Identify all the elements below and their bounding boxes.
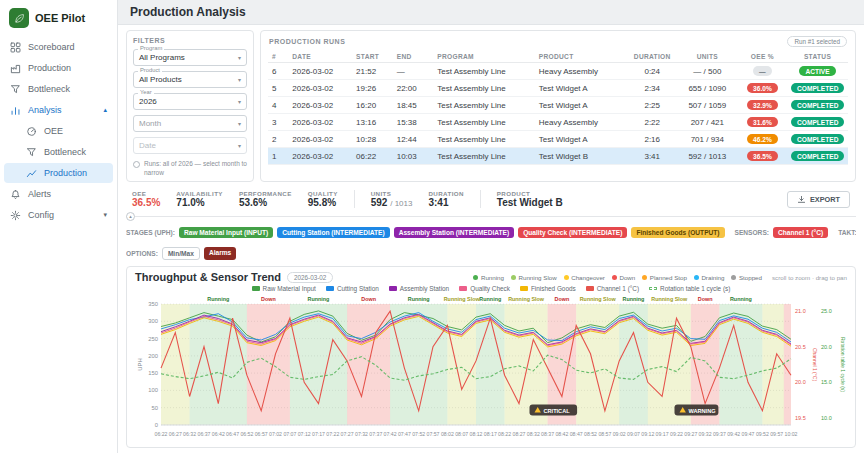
sidebar-item-production2[interactable]: Production [4,163,113,183]
svg-text:Down: Down [361,296,376,302]
sidebar-item-analysis[interactable]: Analysis▴ [4,100,113,120]
svg-text:07:37: 07:37 [369,431,382,437]
sensor-chip[interactable]: Channel 1 (°C) [773,227,828,238]
series-legend-item[interactable]: Channel 1 (°C) [586,285,639,292]
column-header[interactable]: OEE % [738,51,787,63]
svg-text:Down: Down [698,296,713,302]
svg-text:25.0: 25.0 [821,308,832,314]
series-legend-item[interactable]: Quality Check [459,285,510,292]
svg-text:09:42: 09:42 [727,431,740,437]
sidebar-item-oee[interactable]: OEE [4,121,113,141]
sidebar-item-production[interactable]: Production [4,58,113,78]
svg-text:07:47: 07:47 [398,431,411,437]
svg-text:08:47: 08:47 [570,431,583,437]
sidebar-item-scoreboard[interactable]: Scoreboard [4,37,113,57]
table-row[interactable]: 52026-03-0219:2622:00Test Assembly LineT… [268,80,848,97]
stage-chip[interactable]: Cutting Station (INTERMEDIATE) [277,227,389,238]
stage-chip[interactable]: Quality Check (INTERMEDIATE) [518,227,627,238]
month-select[interactable]: Month▾ [133,115,247,132]
svg-text:10.0: 10.0 [821,415,832,421]
sidebar-item-bottleneck2[interactable]: Bottleneck [4,142,113,162]
sidebar-item-config[interactable]: Config▾ [4,205,113,225]
option-chip-minmax[interactable]: Min/Max [162,247,200,260]
series-legend-item[interactable]: Cutting Station [326,285,379,292]
svg-text:09:47: 09:47 [742,431,755,437]
year-select[interactable]: 2026▾ [133,93,247,110]
sidebar-item-bottleneck[interactable]: Bottleneck [4,79,113,99]
cell: 18:45 [393,97,434,114]
cell: 2:25 [628,97,677,114]
program-select[interactable]: All Programs▾ [133,49,247,66]
sidebar-item-alerts[interactable]: Alerts [4,184,113,204]
table-row[interactable]: 42026-03-0216:2018:45Test Assembly LineT… [268,97,848,114]
series-legend-item[interactable]: Assembly Station [389,285,449,292]
series-swatch-icon [326,286,334,291]
svg-text:06:27: 06:27 [169,431,182,437]
state-dot-icon [473,275,478,280]
series-swatch-icon [649,287,657,290]
zoom-hint: scroll to zoom · drag to pan [772,274,847,281]
column-header[interactable]: PROGRAM [433,51,535,63]
svg-text:06:52: 06:52 [240,431,253,437]
svg-text:15.0: 15.0 [821,379,832,385]
cell: 2026-03-02 [288,97,352,114]
svg-text:06:32: 06:32 [183,431,196,437]
chevron-up-icon: ▴ [103,106,107,114]
table-row[interactable]: 62026-03-0221:52—Test Assembly LineHeavy… [268,63,848,80]
cell: 2:22 [628,114,677,131]
svg-text:07:52: 07:52 [412,431,425,437]
option-chip-alarms[interactable]: Alarms [204,247,236,260]
collapse-handle-icon[interactable]: ▴ [126,212,135,221]
svg-text:Down: Down [555,296,570,302]
series-legend-item[interactable]: Rotation table 1 cycle (s) [649,285,730,292]
stage-chip[interactable]: Raw Material Input (INPUT) [179,227,273,238]
column-header[interactable]: START [352,51,393,63]
svg-text:20.0: 20.0 [821,344,832,350]
chart-title: Throughput & Sensor Trend [135,271,281,283]
cell-status: COMPLETED [787,114,848,131]
app-logo: OEE Pilot [0,0,117,37]
product-select[interactable]: All Products▾ [133,71,247,88]
cell: 207 / 421 [677,114,738,131]
column-header[interactable]: END [393,51,434,63]
divider [354,190,355,208]
column-header[interactable]: # [268,51,288,63]
cell: 4 [268,97,288,114]
svg-text:08:52: 08:52 [584,431,597,437]
cell: 06:22 [352,148,393,165]
cell-oee: 36.5% [738,148,787,165]
filters-title: FILTERS [133,37,247,44]
table-row[interactable]: 22026-03-0210:2812:44Test Assembly LineT… [268,131,848,148]
oee-badge: 31.6% [747,117,778,127]
column-header[interactable]: DATE [288,51,352,63]
stages-label: STAGES (UPH): [126,229,175,236]
table-row[interactable]: 32026-03-0213:1615:38Test Assembly LineH… [268,114,848,131]
export-button[interactable]: EXPORT [787,191,850,208]
svg-text:07:22: 07:22 [326,431,339,437]
column-header[interactable]: DURATION [628,51,677,63]
svg-text:08:17: 08:17 [484,431,497,437]
svg-text:150: 150 [148,370,158,376]
column-header[interactable]: PRODUCT [535,51,628,63]
stage-chip[interactable]: Assembly Station (INTERMEDIATE) [394,227,515,238]
date-select[interactable]: Date▾ [133,137,247,154]
chevron-down-icon: ▾ [238,98,241,105]
chevron-down-icon: ▾ [238,120,241,127]
table-row[interactable]: 12026-03-0206:2210:03Test Assembly LineT… [268,148,848,165]
series-legend-item[interactable]: Raw Material Input [252,285,316,292]
column-header[interactable]: STATUS [787,51,848,63]
production-runs-panel: PRODUCTION RUNS Run #1 selected #DATESTA… [260,30,856,182]
column-header[interactable]: UNITS [677,51,738,63]
takt-label: TAKT: [838,229,856,236]
trend-chart[interactable]: RunningDownRunningDownRunningRunning Slo… [135,293,847,439]
svg-text:Running Slow: Running Slow [444,296,481,302]
scoreboard-icon [10,42,21,53]
series-legend-item[interactable]: Finished Goods [520,285,576,292]
svg-text:Running: Running [479,296,501,302]
series-legend: Raw Material InputCutting StationAssembl… [135,283,847,293]
cell-status: COMPLETED [787,131,848,148]
stage-chip[interactable]: Finished Goods (OUTPUT) [631,227,724,238]
svg-text:06:22: 06:22 [155,431,168,437]
svg-text:09:52: 09:52 [756,431,769,437]
runs-title: PRODUCTION RUNS [269,38,345,45]
